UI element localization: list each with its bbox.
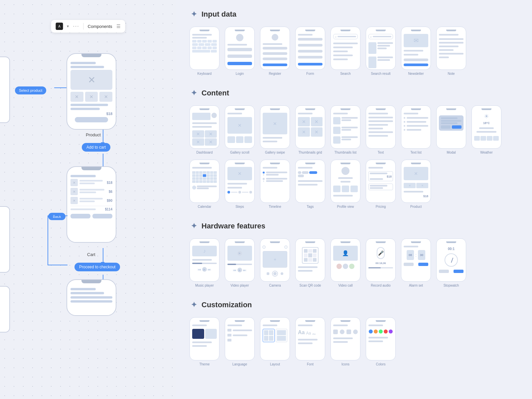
cart-item-3: ✕ $90 bbox=[70, 197, 112, 204]
comp-theme: Theme bbox=[190, 317, 219, 366]
comp-phone-record-audio[interactable]: 🎤 00:18,06 bbox=[366, 238, 396, 282]
select-product-button[interactable]: Select product bbox=[15, 86, 46, 94]
comp-phone-video-call[interactable]: 👤 bbox=[331, 238, 360, 282]
toolbar-list-icon[interactable]: ☰ bbox=[116, 24, 121, 29]
comp-phone-keyboard[interactable] bbox=[190, 27, 219, 70]
ph-thumb-1: ✕ bbox=[70, 92, 83, 102]
cart-lines-3 bbox=[79, 198, 105, 203]
comp-phone-colors[interactable] bbox=[366, 317, 396, 360]
comp-phone-calendar[interactable] bbox=[190, 160, 219, 203]
comp-phone-thumbnails-list[interactable] bbox=[331, 105, 360, 149]
cart-img-3: ✕ bbox=[70, 197, 78, 204]
comp-register: Register bbox=[260, 27, 290, 75]
comp-phone-language[interactable] bbox=[225, 317, 255, 360]
comp-note: Note bbox=[436, 27, 466, 75]
comp-camera: + Camera bbox=[260, 238, 290, 287]
comp-phone-layout[interactable] bbox=[260, 317, 290, 360]
comp-video-call: 👤 Video call bbox=[331, 238, 360, 287]
comp-phone-dashboard[interactable]: ✕ ✕ ✕ ✕ bbox=[190, 105, 219, 149]
ph-checkout-input2 bbox=[70, 300, 112, 303]
hardware-title: Hardware features bbox=[201, 222, 265, 230]
comp-label-steps: Steps bbox=[235, 205, 244, 208]
comp-phone-scan-qr[interactable] bbox=[295, 238, 325, 282]
ph-title-bar bbox=[70, 62, 96, 64]
cart-btn-row bbox=[70, 214, 112, 218]
comp-icons: Icons bbox=[331, 317, 360, 366]
section-input-data: ✦ Input data bbox=[190, 10, 519, 19]
comp-phone-search-result[interactable]: ⌕ bbox=[366, 27, 396, 70]
hardware-section-icon: ✦ bbox=[190, 222, 198, 230]
comp-phone-modal[interactable] bbox=[436, 105, 466, 149]
comp-gallery-scroll: ✕ Gallery scroll bbox=[225, 105, 255, 154]
cart-item-1: ✕ $18 bbox=[70, 179, 112, 186]
comp-phone-music-player[interactable]: ♪ ⏮ ▶ ⏭ bbox=[190, 238, 219, 282]
comp-label-product-content: Product bbox=[410, 205, 422, 208]
comp-phone-steps[interactable]: ✕ bbox=[225, 160, 255, 203]
profile-avatar-icon bbox=[341, 167, 349, 175]
comp-label-colors: Colors bbox=[376, 362, 386, 366]
back-button[interactable]: Back bbox=[48, 213, 66, 220]
arrow-down-3 bbox=[101, 262, 105, 265]
comp-phone-icons[interactable] bbox=[331, 317, 360, 360]
toolbar-icon-box[interactable]: A bbox=[56, 23, 63, 30]
ph-cart-title bbox=[70, 175, 96, 177]
comp-phone-font[interactable]: Aa Aa Aa bbox=[295, 317, 325, 360]
comp-phone-tags[interactable] bbox=[295, 160, 325, 203]
comp-phone-newsletter[interactable]: ✉ bbox=[401, 27, 431, 70]
comp-scan-qr: Scan QR code bbox=[295, 238, 325, 287]
toolbar-chevron-icon[interactable]: ▾ bbox=[67, 24, 69, 29]
ph-thumb-row: ✕ ✕ ✕ bbox=[70, 92, 112, 102]
comp-label-newsletter: Newsletter bbox=[408, 72, 424, 75]
phone-notch-product bbox=[81, 54, 101, 57]
comp-phone-search[interactable]: ⌕ bbox=[331, 27, 360, 70]
comp-phone-pricing[interactable]: $18 bbox=[366, 160, 396, 203]
comp-phone-stopwatch[interactable]: 00:1 bbox=[436, 238, 466, 282]
section-content: ✦ Content bbox=[190, 89, 519, 97]
comp-phone-alarm-set[interactable]: 08 : 30 bbox=[401, 238, 431, 282]
comp-font: Aa Aa Aa Font bbox=[295, 317, 325, 366]
input-data-grid: Keyboard Login bbox=[190, 27, 519, 75]
cart-price-3: $90 bbox=[107, 199, 112, 202]
cart-total-row: $114 bbox=[70, 206, 112, 211]
comp-phone-note[interactable] bbox=[436, 27, 466, 70]
phone-checkout bbox=[66, 279, 116, 316]
arrow-down-1 bbox=[101, 142, 105, 145]
comp-phone-text[interactable] bbox=[366, 105, 396, 149]
comp-label-text-list: Text list bbox=[410, 151, 421, 154]
input-data-section-icon: ✦ bbox=[190, 10, 198, 19]
phone-cart: ✕ $18 ✕ $6 bbox=[66, 166, 116, 243]
comp-phone-timeline[interactable] bbox=[260, 160, 290, 203]
stopwatch-time-display: 00:1 bbox=[439, 247, 464, 251]
comp-phone-video-player[interactable]: ▶ ⏮ ▶ ⏭ bbox=[225, 238, 255, 282]
comp-phone-form[interactable] bbox=[295, 27, 325, 70]
comp-keyboard: Keyboard bbox=[190, 27, 219, 75]
comp-phone-login[interactable] bbox=[225, 27, 255, 70]
back-connector-h-top bbox=[48, 215, 67, 216]
proceed-checkout-button[interactable]: Proceed to checkout bbox=[74, 263, 120, 271]
comp-phone-text-list[interactable] bbox=[401, 105, 431, 149]
comp-phone-thumbnails-grid[interactable]: ✕ ✕ ✕ ✕ bbox=[295, 105, 325, 149]
content-grid: ✕ ✕ ✕ ✕ Dashboard ✕ bbox=[190, 105, 519, 208]
comp-phone-gallery-swipe[interactable]: ✕ bbox=[260, 105, 290, 149]
comp-language: Language bbox=[225, 317, 255, 366]
comp-phone-camera[interactable]: + bbox=[260, 238, 290, 282]
comp-phone-gallery-scroll[interactable]: ✕ bbox=[225, 105, 255, 149]
ph-main-image: ✕ bbox=[70, 70, 112, 90]
search-result-glass-icon: ⌕ bbox=[370, 35, 372, 38]
connector-select-h bbox=[54, 87, 67, 88]
comp-phone-theme[interactable] bbox=[190, 317, 219, 360]
comp-label-alarm-set: Alarm set bbox=[409, 284, 423, 287]
add-to-cart-button[interactable]: Add to cart bbox=[82, 143, 110, 152]
comp-label-theme: Theme bbox=[199, 362, 209, 366]
comp-phone-register[interactable] bbox=[260, 27, 290, 70]
comp-phone-profile-view[interactable] bbox=[331, 160, 360, 203]
cart-lines-1 bbox=[79, 180, 105, 185]
comp-label-video-player: Video player bbox=[230, 284, 249, 287]
comp-text-list: Text list bbox=[401, 105, 431, 154]
comp-profile-view: Profile view bbox=[331, 160, 360, 208]
content-section-icon: ✦ bbox=[190, 89, 198, 97]
comp-phone-weather[interactable]: ☀ 18°C bbox=[471, 105, 501, 149]
comp-phone-product-content[interactable]: ✕ ✕ ✕ $18 bbox=[401, 160, 431, 203]
ph-desc-2 bbox=[70, 108, 100, 110]
toolbar-menu-icon[interactable]: ··· bbox=[73, 23, 79, 29]
